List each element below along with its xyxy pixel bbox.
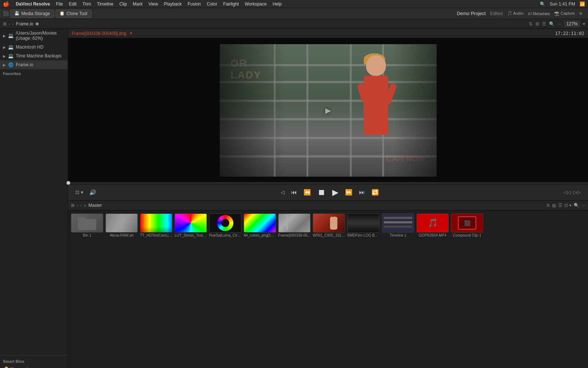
menu-trim[interactable]: Trim bbox=[80, 1, 93, 7]
apple-logo-icon[interactable]: 🍎 bbox=[3, 1, 9, 7]
menu-app[interactable]: DaVinci Resolve bbox=[14, 1, 52, 7]
sidebar-item-macintosh[interactable]: ▶ 💻 Macintosh HD bbox=[0, 43, 68, 52]
collapse-arrow-icon: ▶ bbox=[3, 54, 6, 58]
media-nav-fwd[interactable]: › bbox=[80, 203, 82, 208]
step-fwd-btn[interactable]: ⏩ bbox=[343, 187, 355, 197]
media-toolbar-right: ⇅ ⊞ ☰ ⊡ ▾ 🔍 ··· bbox=[546, 203, 585, 208]
menu-playback[interactable]: Playback bbox=[162, 1, 184, 7]
media-item-allcolors[interactable]: All_colors_png[16-... bbox=[244, 213, 276, 237]
menu-edit[interactable]: Edit bbox=[67, 1, 79, 7]
media-area: Bin 1 Alexa-RAW.ari TT_HDTestCard.jpg bbox=[68, 210, 588, 368]
menu-mark[interactable]: Mark bbox=[130, 1, 145, 7]
menu-fusion[interactable]: Fusion bbox=[186, 1, 203, 7]
stop-btn[interactable]: ⏹ bbox=[315, 186, 328, 199]
media-item-timeline1[interactable]: Timeline 1 bbox=[382, 213, 414, 237]
menu-view[interactable]: View bbox=[146, 1, 160, 7]
media-item-bmdfilm[interactable]: BMDFilm LOG BM... bbox=[347, 213, 380, 237]
media-nav-back[interactable]: ‹ bbox=[77, 203, 78, 208]
media-sort-btn[interactable]: ⇅ bbox=[546, 203, 550, 208]
play-btn[interactable]: ▶ bbox=[330, 186, 341, 199]
media-item-timeline1-label: Timeline 1 bbox=[390, 233, 406, 237]
menu-color[interactable]: Color bbox=[205, 1, 220, 7]
capture-btn[interactable]: 📸 Capture bbox=[554, 11, 575, 16]
frameio-icon: 🌐 bbox=[8, 62, 14, 67]
media-view-btn[interactable]: ⊡ ▾ bbox=[564, 203, 571, 208]
sidebar-item-timemachine[interactable]: ▶ 💻 Time Machine Backups bbox=[0, 52, 68, 60]
menu-file[interactable]: File bbox=[54, 1, 65, 7]
media-item-frame338[interactable]: Frame[000338-00... bbox=[278, 213, 311, 237]
grid-view-icon[interactable]: ⊞ bbox=[535, 21, 539, 26]
view-btn[interactable]: ⊡ ▾ bbox=[75, 190, 83, 195]
scrubber-bar[interactable] bbox=[68, 182, 588, 184]
preview-filename-dropdown[interactable]: ▾ bbox=[130, 31, 132, 36]
sort-icon[interactable]: ⇅ bbox=[529, 21, 533, 26]
more-options-icon[interactable]: ··· bbox=[557, 21, 561, 26]
media-item-huesat[interactable]: HueSatLuma_Circ... bbox=[209, 213, 241, 237]
menu-timeline[interactable]: Timeline bbox=[95, 1, 116, 7]
list-view-icon[interactable]: ☰ bbox=[542, 21, 546, 26]
nav-forward-icon[interactable]: › bbox=[12, 22, 14, 26]
media-item-bin1[interactable]: Bin 1 bbox=[71, 213, 103, 237]
sidebar-toggle-icon[interactable]: ⊞ bbox=[3, 21, 7, 26]
sidebar-item-keywords[interactable]: 🔑 Keywords bbox=[0, 365, 68, 368]
media-item-testcard[interactable]: TT_HDTestCard.jpg bbox=[140, 213, 172, 237]
menu-clip[interactable]: Clip bbox=[117, 1, 129, 7]
prev-clip-btn[interactable]: ◁◁ bbox=[564, 190, 571, 195]
menu-wifi-icon: 📶 bbox=[580, 1, 585, 7]
tab-clone-tool-label: Clone Tool bbox=[67, 11, 87, 16]
tab-media-storage[interactable]: 💾 Media Storage bbox=[10, 10, 54, 18]
zoom-dropdown-icon[interactable]: ▾ bbox=[583, 21, 585, 26]
media-item-gopro[interactable]: 🎵 GOPR2654.MP4 bbox=[416, 213, 449, 237]
sidebar-item-movies[interactable]: ▶ 💻 /Users/Jason/Movies (Usage: 62%) bbox=[0, 29, 68, 43]
media-item-compound[interactable]: ⬛ Compound Clip 1 bbox=[451, 213, 483, 237]
project-status: Edited bbox=[490, 11, 503, 16]
media-item-frame338-label: Frame[000338-00... bbox=[278, 233, 311, 237]
search-icon[interactable]: 🔍 bbox=[549, 21, 555, 26]
sidebar-macintosh-label: Macintosh HD bbox=[16, 45, 43, 50]
media-search-btn[interactable]: 🔍 bbox=[574, 203, 579, 208]
scrubber-handle[interactable] bbox=[67, 181, 70, 185]
next-clip-btn[interactable]: ▷▷ bbox=[573, 190, 581, 195]
favorites-label: Favorites bbox=[3, 71, 21, 76]
skip-fwd-btn[interactable]: ⏭ bbox=[357, 188, 367, 197]
menu-fairlight[interactable]: Fairlight bbox=[221, 1, 241, 7]
volume-btn[interactable]: 🔊 bbox=[89, 189, 96, 196]
media-nav-more[interactable]: » bbox=[84, 203, 86, 208]
media-grid-btn[interactable]: ⊞ bbox=[552, 203, 556, 208]
media-item-alexa[interactable]: Alexa-RAW.ari bbox=[105, 213, 138, 237]
tab-clone-tool[interactable]: 📋 Clone Tool bbox=[55, 10, 91, 18]
menu-workspace[interactable]: Workspace bbox=[243, 1, 269, 7]
media-item-lut[interactable]: LUT_Stress_Test_... bbox=[175, 213, 207, 237]
skip-back-btn[interactable]: ⏮ bbox=[289, 188, 299, 197]
more-btn[interactable]: ≡ bbox=[579, 11, 582, 16]
timemachine-icon: 💻 bbox=[8, 53, 14, 59]
sidebar-item-frameio[interactable]: ▶ 🌐 Frame.io bbox=[0, 60, 68, 69]
audio-btn[interactable]: 🎵 Audio bbox=[507, 11, 524, 16]
zoom-level[interactable]: 127% bbox=[564, 21, 580, 27]
media-browser-header: ⊞ ‹ › » Master ⇅ ⊞ ☰ ⊡ ▾ 🔍 ··· bbox=[68, 200, 588, 210]
right-panel: Frame[000338-000406].dng ▾ 17:22:11:02 bbox=[68, 29, 588, 368]
collapse-arrow-icon: ▶ bbox=[3, 63, 6, 67]
prev-frame-btn[interactable]: ◁ bbox=[279, 188, 287, 197]
content-area: ▶ 💻 /Users/Jason/Movies (Usage: 62%) ▶ 💻… bbox=[0, 29, 588, 368]
media-more-btn[interactable]: ··· bbox=[581, 203, 585, 208]
play-button-overlay[interactable]: ▶ bbox=[325, 106, 331, 115]
media-list-btn[interactable]: ☰ bbox=[558, 203, 562, 208]
keywords-icon: 🔑 bbox=[3, 367, 8, 368]
person-figure bbox=[363, 55, 389, 135]
preview-filename[interactable]: Frame[000338-000406].dng bbox=[72, 31, 126, 36]
media-view-toggle[interactable]: ⊞ bbox=[71, 203, 75, 208]
sidebar-timemachine-label: Time Machine Backups bbox=[16, 53, 61, 59]
breadcrumb-text[interactable]: Frame.io bbox=[16, 21, 33, 26]
loop-btn[interactable]: 🔁 bbox=[369, 187, 381, 197]
nav-back-icon[interactable]: ‹ bbox=[9, 22, 10, 26]
media-bin-label: Master bbox=[88, 203, 102, 208]
media-item-bmdfilm-label: BMDFilm LOG BM... bbox=[347, 233, 380, 237]
menu-help[interactable]: Help bbox=[270, 1, 284, 7]
media-item-lut-label: LUT_Stress_Test_... bbox=[175, 233, 207, 237]
step-back-btn[interactable]: ⏪ bbox=[301, 187, 313, 197]
media-item-w001[interactable]: W001_C005_1014... bbox=[313, 213, 345, 237]
metadata-btn[interactable]: 🏷 Metadata bbox=[528, 11, 550, 16]
preview-area: ORLADY CAN NOW bbox=[68, 38, 588, 200]
menu-search-icon[interactable]: 🔍 bbox=[540, 1, 545, 7]
